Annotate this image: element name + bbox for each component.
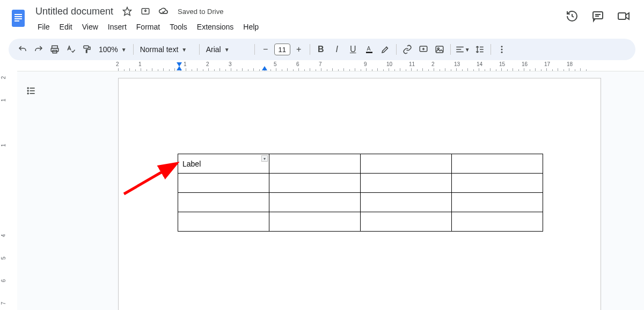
more-button[interactable] xyxy=(494,42,509,57)
ruler-tick xyxy=(231,61,253,71)
meet-icon[interactable] xyxy=(616,9,631,24)
menu-file[interactable]: File xyxy=(33,20,54,33)
ruler-tick xyxy=(343,61,366,71)
table-cell[interactable] xyxy=(452,154,543,174)
svg-line-41 xyxy=(124,164,175,194)
ruler-tick xyxy=(569,61,591,71)
svg-point-36 xyxy=(27,90,28,91)
font-selector[interactable]: Arial ▼ xyxy=(203,45,251,54)
menu-insert[interactable]: Insert xyxy=(104,20,131,33)
separator xyxy=(450,44,451,55)
ruler-tick xyxy=(546,61,569,71)
chevron-down-icon: ▼ xyxy=(181,47,187,53)
zoom-selector[interactable]: 100% ▼ xyxy=(96,45,130,54)
table-cell[interactable] xyxy=(269,154,361,174)
table-cell[interactable]: Label xyxy=(178,154,269,174)
svg-rect-3 xyxy=(14,18,22,19)
menu-extensions[interactable]: Extensions xyxy=(193,20,238,33)
table-cell[interactable] xyxy=(178,193,269,212)
print-button[interactable] xyxy=(47,42,62,57)
line-spacing-button[interactable] xyxy=(472,42,487,57)
table-cell[interactable] xyxy=(452,212,543,232)
comments-icon[interactable] xyxy=(590,9,605,24)
spellcheck-button[interactable] xyxy=(63,42,78,57)
table-cell[interactable] xyxy=(178,174,269,193)
svg-rect-7 xyxy=(593,12,603,19)
table-cell[interactable] xyxy=(178,212,269,232)
table-cell[interactable] xyxy=(361,174,452,193)
ruler-tick xyxy=(276,61,298,71)
title-area: Untitled document Saved to Drive File Ed… xyxy=(33,4,559,34)
underline-button[interactable]: U xyxy=(346,42,361,57)
zoom-value: 100% xyxy=(99,45,118,54)
document-table[interactable]: Label xyxy=(178,154,543,232)
horizontal-ruler[interactable] xyxy=(17,61,644,71)
redo-button[interactable] xyxy=(31,42,46,57)
page[interactable]: Label xyxy=(118,78,601,310)
document-canvas: Label xyxy=(17,71,644,310)
add-comment-button[interactable] xyxy=(416,42,431,57)
ruler-tick xyxy=(501,61,524,71)
svg-rect-16 xyxy=(366,52,372,53)
table-cell[interactable] xyxy=(361,193,452,212)
ruler-tick xyxy=(118,61,141,71)
separator xyxy=(491,44,491,55)
ruler-tick xyxy=(321,61,343,71)
table-cell[interactable] xyxy=(452,193,543,212)
star-icon[interactable] xyxy=(121,5,134,18)
increase-font-button[interactable]: + xyxy=(291,42,306,57)
history-icon[interactable] xyxy=(565,9,580,24)
svg-rect-2 xyxy=(14,16,22,17)
table-cell[interactable] xyxy=(269,193,361,212)
italic-button[interactable]: I xyxy=(330,42,345,57)
toolbar: 100% ▼ Normal text ▼ Arial ▼ − + B I U A xyxy=(9,39,635,60)
align-button[interactable]: ▼ xyxy=(454,42,471,57)
link-button[interactable] xyxy=(400,42,415,57)
cloud-saved-icon[interactable] xyxy=(157,5,170,18)
separator xyxy=(310,44,310,55)
font-size-input[interactable] xyxy=(274,44,290,55)
vertical-ruler[interactable] xyxy=(0,71,17,310)
ruler-tick xyxy=(411,61,434,71)
svg-marker-32 xyxy=(177,66,182,70)
paint-format-button[interactable] xyxy=(79,42,94,57)
ruler-tick xyxy=(389,61,411,71)
table-cell[interactable] xyxy=(452,174,543,193)
chevron-down-icon: ▼ xyxy=(121,47,127,53)
text-color-button[interactable]: A xyxy=(362,42,377,57)
menu-edit[interactable]: Edit xyxy=(55,20,77,33)
menu-tools[interactable]: Tools xyxy=(165,20,192,33)
ruler-tick xyxy=(0,145,17,168)
menu-help[interactable]: Help xyxy=(239,20,263,33)
bold-button[interactable]: B xyxy=(313,42,328,57)
menu-view[interactable]: View xyxy=(78,20,103,33)
table-cell[interactable] xyxy=(361,154,452,174)
menu-format[interactable]: Format xyxy=(132,20,164,33)
svg-rect-14 xyxy=(84,46,89,48)
table-cell[interactable] xyxy=(269,212,361,232)
ruler-tick xyxy=(163,61,186,71)
paragraph-style-selector[interactable]: Normal text ▼ xyxy=(137,45,196,54)
ruler-tick xyxy=(0,303,17,310)
arrow-annotation xyxy=(121,162,186,199)
ruler-tick xyxy=(0,235,17,258)
outline-toggle-button[interactable] xyxy=(23,82,40,99)
saved-status-text: Saved to Drive xyxy=(178,8,223,16)
highlight-button[interactable] xyxy=(378,42,393,57)
table-cell[interactable] xyxy=(269,174,361,193)
document-title[interactable]: Untitled document xyxy=(33,5,115,18)
svg-point-28 xyxy=(501,46,502,47)
docs-logo[interactable] xyxy=(9,6,28,30)
ruler-tick xyxy=(0,258,17,280)
undo-button[interactable] xyxy=(15,42,30,57)
ruler-tick xyxy=(456,61,479,71)
insert-image-button[interactable] xyxy=(432,42,447,57)
cell-dropdown-icon[interactable] xyxy=(261,155,268,162)
table-cell[interactable] xyxy=(361,212,452,232)
separator xyxy=(133,44,134,55)
ruler-tick xyxy=(208,61,231,71)
decrease-font-button[interactable]: − xyxy=(258,42,273,57)
ruler-tick xyxy=(434,61,456,71)
move-icon[interactable] xyxy=(139,5,152,18)
ruler-tick xyxy=(0,168,17,190)
